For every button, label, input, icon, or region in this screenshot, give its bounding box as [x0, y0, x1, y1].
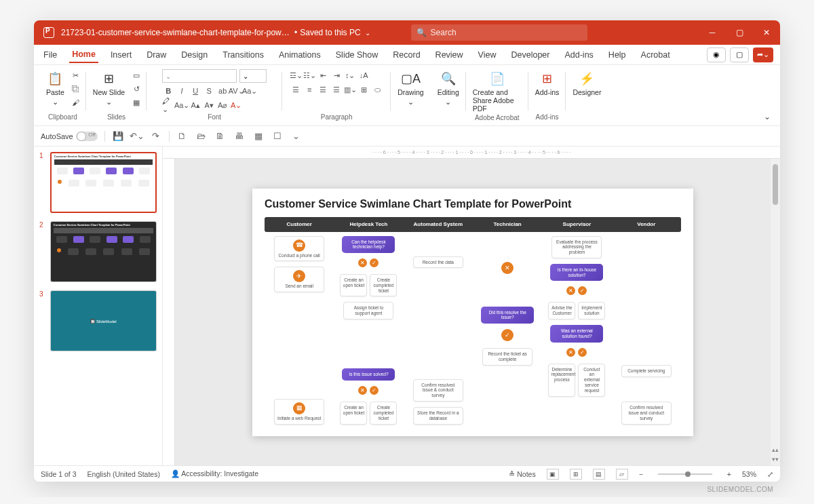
qat-doc-button[interactable]: 🗎	[214, 130, 227, 142]
layout-button[interactable]: ▭	[130, 69, 142, 81]
node-inhouse[interactable]: Is there an in-house solution?	[550, 264, 603, 282]
change-case-button[interactable]: Aa⌄	[176, 99, 188, 111]
node-assign-ticket[interactable]: Assign ticket to support agent	[343, 302, 393, 319]
zoom-level[interactable]: 53%	[742, 470, 756, 478]
tab-record[interactable]: Record	[390, 47, 423, 62]
strike-button[interactable]: S	[203, 85, 215, 97]
node-store-record[interactable]: Store the Record in a database	[413, 407, 463, 425]
node-external-found[interactable]: Was an external solution found?	[550, 325, 603, 343]
view-normal-button[interactable]: ▣	[547, 469, 559, 480]
shadow-button[interactable]: ab	[216, 85, 229, 97]
slide-title[interactable]: Customer Service Swimlane Chart Template…	[265, 198, 681, 210]
vertical-scrollbar[interactable]: ▴▴ ▾▾	[771, 159, 780, 465]
text-direction-button[interactable]: ↓A	[357, 69, 370, 81]
font-name-select[interactable]: ⌄	[162, 69, 237, 83]
present-button[interactable]: ▢	[730, 47, 749, 62]
node-open-ticket-2[interactable]: Create an open ticket	[340, 402, 367, 424]
align-center-button[interactable]: ≡	[303, 83, 315, 96]
node-email[interactable]: ✈Send an email	[274, 267, 324, 292]
tab-animations[interactable]: Animations	[276, 47, 324, 62]
create-pdf-button[interactable]: 📄 Create and Share Adobe PDF	[470, 69, 524, 114]
tab-addins[interactable]: Add-ins	[562, 47, 596, 62]
tab-file[interactable]: File	[41, 47, 60, 62]
justify-button[interactable]: ☰	[330, 83, 343, 96]
slide-thumb-1[interactable]: 1 Customer Service Swimlane Chart Templa…	[39, 152, 157, 213]
node-implement[interactable]: Implement solution	[578, 302, 605, 319]
line-spacing-button[interactable]: ↕⌄	[344, 69, 356, 81]
clear-format-button[interactable]: A⌀	[216, 99, 229, 111]
addins-button[interactable]: ⊞ Add-ins	[532, 69, 562, 98]
language-indicator[interactable]: English (United States)	[88, 470, 160, 478]
node-web-request[interactable]: ▦Initiate a web Request	[274, 399, 324, 425]
tab-transitions[interactable]: Transitions	[220, 47, 267, 62]
minimize-button[interactable]: ─	[699, 20, 726, 45]
vertical-ruler[interactable]	[163, 159, 175, 465]
bullets-button[interactable]: ☲⌄	[290, 69, 302, 81]
qat-quickprint-button[interactable]: 🖶	[233, 130, 246, 142]
columns-button[interactable]: ▥⌄	[344, 83, 356, 96]
save-status[interactable]: • Saved to this PC	[294, 28, 370, 37]
undo-button[interactable]: ↶⌄	[131, 130, 143, 142]
scrollbar-thumb[interactable]	[773, 164, 778, 205]
search-input[interactable]	[431, 28, 582, 37]
tab-developer[interactable]: Developer	[508, 47, 552, 62]
slide-thumbnails-panel[interactable]: 1 Customer Service Swimlane Chart Templa…	[34, 147, 163, 465]
node-determine-replace[interactable]: Determine replacement process	[548, 364, 575, 397]
slide[interactable]: Customer Service Swimlane Chart Template…	[252, 189, 693, 436]
tab-slideshow[interactable]: Slide Show	[333, 47, 381, 62]
font-color-button[interactable]: A⌄	[230, 99, 242, 111]
format-painter-button[interactable]: 🖌	[70, 96, 82, 109]
accessibility-check[interactable]: 👤 Accessibility: Investigate	[171, 469, 258, 478]
collapse-ribbon-button[interactable]: ⌄	[764, 112, 775, 123]
view-slideshow-button[interactable]: ▱	[616, 469, 628, 480]
underline-button[interactable]: U	[189, 85, 201, 97]
node-evaluate[interactable]: Evaluate the process addressing the prob…	[551, 236, 602, 258]
copy-button[interactable]: ⿻	[70, 83, 82, 95]
cut-button[interactable]: ✂	[70, 69, 82, 81]
slide-canvas[interactable]: Customer Service Swimlane Chart Template…	[175, 159, 771, 465]
save-button[interactable]: 💾	[112, 130, 124, 142]
tab-acrobat[interactable]: Acrobat	[638, 47, 673, 62]
view-reading-button[interactable]: ▤	[593, 469, 605, 480]
horizontal-ruler[interactable]: · · · · 6 · · · · 5 · · · · 4 · · · · 3 …	[163, 147, 780, 159]
paste-button[interactable]: 📋 Paste⌄	[43, 69, 67, 107]
node-issue-solved[interactable]: Is this issue solved?	[342, 368, 395, 381]
designer-button[interactable]: ⚡ Designer	[570, 69, 604, 98]
indent-inc-button[interactable]: ⇥	[330, 69, 343, 81]
node-open-ticket[interactable]: Create an open ticket	[340, 274, 367, 296]
qat-more-button[interactable]: ⌄	[290, 130, 303, 142]
editing-button[interactable]: 🔍 Editing⌄	[435, 69, 462, 107]
node-complete-servicing[interactable]: Complete servicing	[621, 365, 672, 377]
highlight-button[interactable]: 🖍⌄	[162, 99, 174, 111]
node-record-data[interactable]: Record the data	[413, 256, 463, 269]
qat-start-button[interactable]: ▦	[252, 130, 265, 142]
share-button[interactable]: ➦⌄	[753, 47, 773, 62]
close-button[interactable]: ✕	[753, 20, 780, 45]
tab-view[interactable]: View	[476, 47, 499, 62]
node-completed-ticket-2[interactable]: Create completed ticket	[370, 402, 397, 424]
notes-button[interactable]: ≙ Notes	[509, 470, 535, 478]
maximize-button[interactable]: ▢	[726, 20, 753, 45]
numbering-button[interactable]: ☷⌄	[303, 69, 315, 81]
smartart-button[interactable]: ⬭	[371, 83, 383, 96]
fit-button[interactable]: ⤢	[767, 470, 773, 478]
tab-home[interactable]: Home	[69, 47, 98, 63]
search-box[interactable]: 🔍	[411, 24, 587, 41]
view-sorter-button[interactable]: ⊞	[570, 469, 582, 480]
zoom-slider[interactable]	[658, 473, 712, 475]
italic-button[interactable]: I	[176, 85, 188, 97]
node-completed-ticket[interactable]: Create completed ticket	[370, 274, 397, 296]
reset-button[interactable]: ↺	[130, 83, 142, 95]
node-can-help[interactable]: Can the helpdesk technician help?	[342, 236, 395, 254]
new-slide-button[interactable]: ⊞ New Slide⌄	[90, 69, 128, 107]
slide-counter[interactable]: Slide 1 of 3	[41, 470, 77, 478]
node-phone-call[interactable]: ☎Conduct a phone call	[274, 236, 324, 262]
tab-draw[interactable]: Draw	[144, 47, 169, 62]
small-a-icon[interactable]: A▾	[203, 99, 215, 111]
tab-insert[interactable]: Insert	[108, 47, 134, 62]
node-vendor-confirm[interactable]: Confirm resolved issue and conduct surve…	[621, 402, 672, 424]
node-record-complete[interactable]: Record the ticket as complete	[482, 348, 532, 366]
zoom-out-button[interactable]: −	[639, 470, 643, 478]
font-size-select[interactable]: ⌄	[239, 69, 267, 83]
big-a-icon[interactable]: A▴	[189, 99, 201, 111]
